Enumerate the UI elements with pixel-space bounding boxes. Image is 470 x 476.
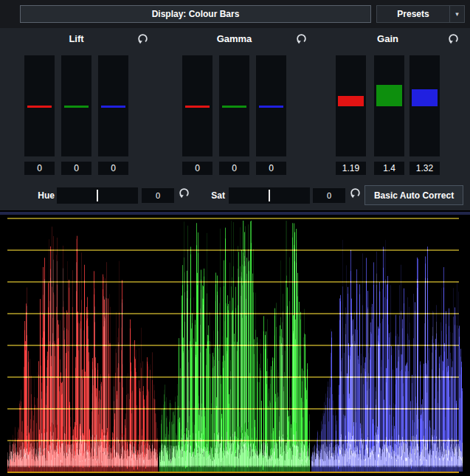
gamma-section-title: Gamma [182, 33, 286, 44]
hue-reset-button[interactable] [177, 187, 190, 200]
hue-label: Hue [28, 190, 55, 201]
scope-canvas [0, 210, 470, 476]
gamma-blue-handle[interactable] [259, 106, 283, 108]
gamma-red-slider[interactable] [182, 55, 212, 156]
gamma-green-handle[interactable] [222, 106, 246, 108]
gain-green-slider[interactable] [374, 55, 404, 156]
toolbar: Display: Colour Bars Presets ▾ [0, 0, 470, 28]
lift-red-handle[interactable] [27, 106, 52, 108]
gain-red-handle[interactable] [338, 96, 364, 106]
reset-icon [447, 32, 460, 45]
lift-blue-value[interactable]: 0 [98, 162, 128, 175]
gain-reset-button[interactable] [446, 32, 460, 46]
presets-label: Presets [377, 6, 449, 22]
sat-label: Sat [198, 190, 225, 201]
gamma-reset-button[interactable] [294, 32, 308, 46]
gamma-green-value[interactable]: 0 [219, 162, 249, 175]
gain-blue-slider[interactable] [409, 55, 440, 156]
gamma-blue-slider[interactable] [256, 55, 286, 156]
gamma-green-slider[interactable] [219, 55, 249, 156]
gain-red-slider[interactable] [336, 55, 366, 156]
gamma-red-value[interactable]: 0 [182, 162, 212, 175]
gain-red-value[interactable]: 1.19 [336, 162, 366, 175]
gamma-blue-value[interactable]: 0 [256, 162, 286, 175]
gain-green-value[interactable]: 1.4 [374, 162, 404, 175]
gain-blue-handle[interactable] [412, 89, 438, 106]
hue-slider-handle[interactable] [97, 190, 98, 201]
reset-icon [349, 187, 362, 199]
sat-slider[interactable] [229, 187, 310, 204]
display-mode-button[interactable]: Display: Colour Bars [20, 5, 371, 23]
gain-blue-value[interactable]: 1.32 [409, 162, 440, 175]
lift-blue-handle[interactable] [101, 106, 125, 108]
chevron-down-icon: ▾ [455, 10, 459, 18]
lift-section-title: Lift [24, 33, 128, 44]
gamma-red-handle[interactable] [185, 106, 210, 108]
reset-icon [295, 32, 308, 45]
basic-auto-correct-button[interactable]: Basic Auto Correct [364, 185, 463, 205]
sat-slider-handle[interactable] [269, 190, 270, 201]
lift-red-slider[interactable] [24, 55, 55, 156]
gain-section-title: Gain [336, 33, 440, 44]
reset-icon [178, 187, 190, 199]
sat-value[interactable]: 0 [313, 188, 345, 203]
hue-value[interactable]: 0 [142, 188, 174, 203]
lift-green-slider[interactable] [61, 55, 91, 156]
hue-slider[interactable] [57, 187, 138, 204]
presets-dropdown-toggle[interactable]: ▾ [449, 6, 464, 22]
lift-red-value[interactable]: 0 [24, 162, 55, 175]
reset-icon [136, 32, 149, 45]
lift-green-value[interactable]: 0 [61, 162, 91, 175]
sat-reset-button[interactable] [348, 187, 362, 200]
lift-green-handle[interactable] [64, 106, 89, 108]
presets-button[interactable]: Presets ▾ [376, 5, 465, 23]
gain-green-handle[interactable] [376, 85, 402, 106]
lift-reset-button[interactable] [136, 32, 149, 46]
lift-blue-slider[interactable] [98, 55, 128, 156]
